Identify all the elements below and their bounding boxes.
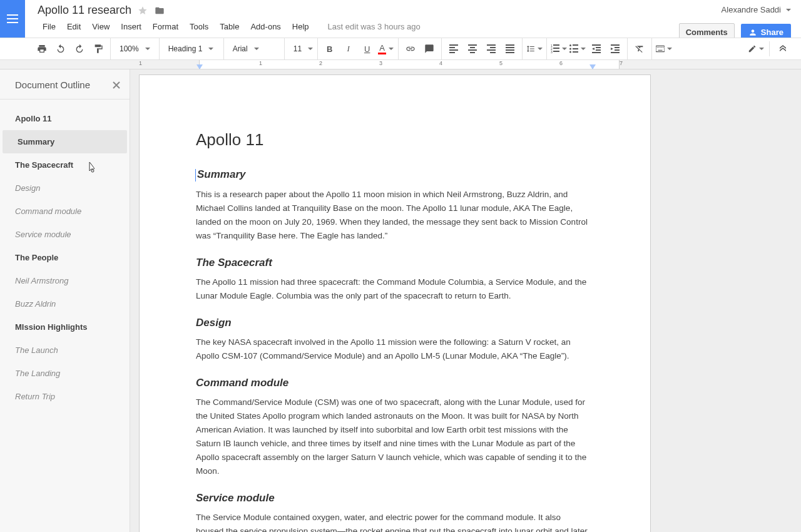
decrease-indent-button[interactable] bbox=[588, 41, 605, 57]
redo-icon bbox=[74, 44, 84, 54]
menu-file[interactable]: File bbox=[38, 19, 61, 34]
svg-rect-16 bbox=[506, 47, 514, 48]
svg-rect-45 bbox=[658, 50, 662, 51]
account-menu[interactable]: Alexandre Saddi bbox=[722, 5, 791, 14]
collapse-toolbar-button[interactable] bbox=[775, 41, 791, 57]
redo-button[interactable] bbox=[71, 41, 88, 57]
bold-button[interactable]: B bbox=[322, 41, 338, 57]
main-area: Document Outline Apollo 11SummaryThe Spa… bbox=[0, 69, 801, 532]
align-right-button[interactable] bbox=[483, 41, 499, 57]
increase-indent-button[interactable] bbox=[607, 41, 623, 57]
svg-rect-26 bbox=[573, 44, 578, 46]
text-color-button[interactable]: A bbox=[378, 41, 394, 57]
doc-paragraph[interactable]: The key NASA spacecraft involved in the … bbox=[196, 335, 590, 363]
outline-item[interactable]: The Launch bbox=[0, 339, 130, 362]
outline-item[interactable]: Apollo 11 bbox=[0, 107, 130, 130]
menu-table[interactable]: Table bbox=[215, 19, 244, 34]
doc-heading[interactable]: Design bbox=[196, 317, 590, 329]
menu-help[interactable]: Help bbox=[287, 19, 314, 34]
bulleted-list-icon bbox=[569, 44, 578, 53]
italic-button[interactable]: I bbox=[340, 41, 357, 57]
paragraph-style-select[interactable]: Heading 1 bbox=[163, 41, 220, 57]
svg-rect-38 bbox=[611, 52, 620, 53]
ruler[interactable]: 1 1 2 3 4 5 6 7 bbox=[0, 60, 801, 69]
svg-rect-7 bbox=[468, 44, 477, 46]
outline-item[interactable]: Neil Armstrong bbox=[0, 269, 130, 292]
document-page[interactable]: Apollo 11 SummaryThis is a research pape… bbox=[139, 74, 651, 532]
doc-paragraph[interactable]: The Apollo 11 mission had three spacecra… bbox=[196, 275, 590, 303]
insert-comment-button[interactable] bbox=[421, 41, 437, 57]
chevron-down-icon bbox=[562, 48, 567, 50]
doc-paragraph[interactable]: This is a research paper about the Apoll… bbox=[196, 188, 590, 243]
insert-link-button[interactable] bbox=[402, 41, 419, 57]
close-outline-button[interactable] bbox=[112, 81, 121, 90]
indent-marker-right[interactable] bbox=[589, 64, 596, 69]
font-size-select[interactable]: 11 bbox=[288, 41, 314, 57]
svg-rect-34 bbox=[592, 52, 601, 53]
outline-item[interactable]: Buzz Aldrin bbox=[0, 292, 130, 315]
bulleted-list-button[interactable] bbox=[569, 41, 586, 57]
outline-item[interactable]: Design bbox=[0, 176, 130, 200]
svg-rect-9 bbox=[468, 49, 477, 51]
svg-text:3: 3 bbox=[551, 50, 553, 53]
svg-rect-15 bbox=[506, 44, 514, 46]
document-scroll-area[interactable]: Apollo 11 SummaryThis is a research pape… bbox=[130, 69, 801, 532]
star-icon[interactable] bbox=[138, 6, 148, 16]
align-right-icon bbox=[487, 44, 496, 53]
outline-item[interactable]: Summary bbox=[3, 130, 127, 153]
text-color-icon: A bbox=[378, 43, 386, 54]
username-label: Alexandre Saddi bbox=[722, 5, 781, 14]
menu-addons[interactable]: Add-ons bbox=[245, 19, 285, 34]
svg-rect-32 bbox=[596, 47, 601, 48]
text-cursor bbox=[195, 169, 196, 182]
doc-heading[interactable]: Service module bbox=[196, 492, 590, 504]
underline-button[interactable]: U bbox=[359, 41, 375, 57]
outline-item[interactable]: The Spacecraft bbox=[0, 153, 130, 176]
outline-item[interactable]: Service module bbox=[0, 223, 130, 246]
indent-decrease-icon bbox=[592, 44, 601, 53]
doc-h1[interactable]: Apollo 11 bbox=[196, 130, 590, 150]
comment-icon bbox=[424, 44, 434, 54]
doc-paragraph[interactable]: The Service Module contained oxygen, wat… bbox=[196, 511, 590, 532]
outline-item[interactable]: Command module bbox=[0, 200, 130, 223]
zoom-select[interactable]: 100% bbox=[115, 41, 155, 57]
svg-rect-6 bbox=[449, 52, 455, 53]
svg-point-29 bbox=[569, 51, 571, 53]
doc-heading[interactable]: Command module bbox=[196, 377, 590, 389]
hamburger-icon bbox=[7, 14, 18, 23]
clear-formatting-button[interactable] bbox=[631, 41, 648, 57]
menu-edit[interactable]: Edit bbox=[62, 19, 86, 34]
menu-insert[interactable]: Insert bbox=[116, 19, 146, 34]
folder-icon[interactable] bbox=[154, 6, 165, 16]
doc-heading[interactable]: Summary bbox=[196, 168, 590, 182]
svg-rect-43 bbox=[661, 47, 661, 48]
doc-paragraph[interactable]: The Command/Service Module (CSM) was one… bbox=[196, 396, 590, 478]
menu-view[interactable]: View bbox=[87, 19, 115, 34]
numbered-list-button[interactable]: 123 bbox=[551, 41, 567, 57]
svg-rect-28 bbox=[573, 48, 578, 49]
paint-format-button[interactable] bbox=[90, 41, 106, 57]
indent-marker-left[interactable] bbox=[196, 64, 203, 69]
align-center-button[interactable] bbox=[464, 41, 481, 57]
input-tools-button[interactable] bbox=[656, 41, 672, 57]
editing-mode-button[interactable] bbox=[748, 41, 764, 57]
close-icon bbox=[112, 81, 121, 90]
outline-item[interactable]: The People bbox=[0, 246, 130, 269]
outline-item[interactable]: The Landing bbox=[0, 362, 130, 385]
doc-heading[interactable]: The Spacecraft bbox=[196, 257, 590, 269]
svg-rect-1 bbox=[7, 18, 18, 19]
print-button[interactable] bbox=[34, 41, 50, 57]
document-title[interactable]: Apollo 11 research bbox=[38, 4, 131, 17]
svg-rect-2 bbox=[7, 22, 18, 23]
align-justify-icon bbox=[506, 44, 514, 53]
menu-format[interactable]: Format bbox=[148, 19, 183, 34]
line-spacing-button[interactable] bbox=[526, 41, 543, 57]
font-select[interactable]: Arial bbox=[228, 41, 280, 57]
outline-item[interactable]: MIssion Highlights bbox=[0, 315, 130, 339]
align-justify-button[interactable] bbox=[502, 41, 518, 57]
undo-button[interactable] bbox=[53, 41, 69, 57]
align-left-button[interactable] bbox=[446, 41, 462, 57]
menu-hamburger-button[interactable] bbox=[0, 0, 25, 38]
menu-tools[interactable]: Tools bbox=[185, 19, 213, 34]
outline-item[interactable]: Return Trip bbox=[0, 385, 130, 408]
